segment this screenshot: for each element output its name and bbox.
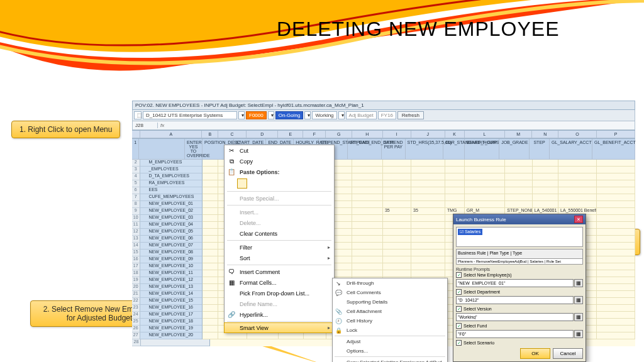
cell[interactable] <box>505 173 532 180</box>
select-fund-input[interactable] <box>456 330 574 338</box>
cell[interactable] <box>411 229 445 236</box>
ctx-pick-list[interactable]: Pick From Drop-down List... <box>225 288 334 299</box>
cell[interactable] <box>505 201 532 208</box>
cell[interactable] <box>533 180 559 187</box>
cancel-button[interactable]: Cancel <box>553 348 583 359</box>
status-selector[interactable]: On-Going <box>275 111 304 119</box>
status-dropdown-icon[interactable]: ▾ <box>304 111 311 119</box>
cell[interactable] <box>597 270 635 277</box>
checkbox-icon[interactable]: ✓ <box>456 306 462 312</box>
col-letter[interactable]: A <box>140 131 202 138</box>
cell[interactable] <box>203 298 219 305</box>
cell[interactable] <box>597 243 635 250</box>
view-selector[interactable]: Working <box>312 111 336 119</box>
cell[interactable] <box>465 173 506 180</box>
col-letter[interactable]: B <box>202 131 218 138</box>
cell[interactable] <box>597 215 635 222</box>
cell[interactable] <box>203 277 219 284</box>
cell[interactable] <box>533 201 559 208</box>
cell[interactable] <box>383 167 411 173</box>
cell[interactable] <box>352 187 383 194</box>
sub-options[interactable]: Options... <box>333 346 447 356</box>
cell[interactable] <box>465 201 506 208</box>
cell[interactable] <box>383 250 411 256</box>
cell[interactable] <box>383 201 411 208</box>
table-row[interactable]: 4D_TA_EMPLOYEES <box>132 173 635 180</box>
cell[interactable] <box>411 270 445 277</box>
ctx-clear[interactable]: Clear Contents <box>225 228 334 239</box>
fund-dropdown-icon[interactable]: ▾ <box>268 111 274 119</box>
cell[interactable] <box>465 160 506 167</box>
cell[interactable] <box>352 229 383 236</box>
cell[interactable] <box>203 291 219 298</box>
col-letter[interactable]: F <box>303 131 326 138</box>
ctx-insert-comment[interactable]: 🗨Insert Comment <box>225 266 334 277</box>
ctx-smartview[interactable]: Smart View▸ <box>224 322 335 333</box>
cell[interactable] <box>383 173 411 180</box>
cell[interactable] <box>383 222 411 229</box>
cell[interactable] <box>203 250 219 256</box>
cell[interactable] <box>597 291 635 298</box>
cell[interactable] <box>558 187 597 194</box>
cell[interactable] <box>411 167 445 173</box>
select-employee-input[interactable] <box>456 279 574 287</box>
cell[interactable] <box>411 250 445 256</box>
cell[interactable] <box>383 187 411 194</box>
cell[interactable] <box>597 277 635 284</box>
cell-reference[interactable]: J28 <box>133 123 158 128</box>
cell[interactable] <box>533 167 559 173</box>
col-letter[interactable]: H <box>352 131 383 138</box>
picker-icon[interactable]: ▦ <box>574 279 583 287</box>
table-row[interactable]: 5RA_EMPLOYEES <box>132 180 635 187</box>
checkbox-icon[interactable]: ✓ <box>456 272 462 278</box>
col-letter[interactable]: K <box>445 131 465 138</box>
cell[interactable] <box>465 194 506 201</box>
col-letter[interactable]: O <box>558 131 597 138</box>
ok-button[interactable]: OK <box>520 348 550 359</box>
cell[interactable] <box>383 194 411 201</box>
sub-drill[interactable]: ↘Drill-through <box>333 278 447 288</box>
table-row[interactable]: 2M_EMPLOYEES <box>132 160 635 167</box>
cell[interactable] <box>505 187 532 194</box>
cell[interactable] <box>411 194 445 201</box>
cell[interactable] <box>203 319 219 326</box>
view-dropdown-icon[interactable]: ▾ <box>338 111 345 119</box>
cell[interactable] <box>383 236 411 243</box>
table-row[interactable]: 6EES <box>132 187 635 194</box>
cell[interactable] <box>558 167 597 173</box>
table-row[interactable]: 3_EMPLOYEES <box>132 167 635 173</box>
cell[interactable] <box>597 250 635 256</box>
cell[interactable] <box>505 167 532 173</box>
col-letter[interactable]: G <box>326 131 352 138</box>
cell[interactable] <box>352 167 383 173</box>
checkbox-icon[interactable]: ✓ <box>456 340 462 346</box>
col-letter[interactable]: N <box>532 131 558 138</box>
picker-icon[interactable]: ▦ <box>574 330 583 338</box>
cell[interactable] <box>597 194 635 201</box>
cell[interactable] <box>352 263 383 270</box>
cell[interactable] <box>203 326 219 332</box>
cell[interactable] <box>505 180 532 187</box>
col-letter[interactable]: D <box>247 131 278 138</box>
ctx-copy[interactable]: ⧉Copy <box>225 156 334 167</box>
cell[interactable] <box>352 236 383 243</box>
cell[interactable] <box>597 312 635 319</box>
rules-row[interactable]: Planners - RemoveNewEmployeeAdjBud | Sal… <box>456 259 583 265</box>
col-letter[interactable]: P <box>597 131 635 138</box>
cell[interactable] <box>352 250 383 256</box>
cell[interactable] <box>533 160 559 167</box>
cell[interactable] <box>383 270 411 277</box>
cell[interactable] <box>383 160 411 167</box>
cell[interactable] <box>597 256 635 263</box>
refresh-button[interactable]: Refresh <box>397 111 424 119</box>
ctx-paste-row[interactable] <box>225 177 334 190</box>
cell[interactable] <box>597 201 635 208</box>
sub-supdet[interactable]: Supporting Details <box>333 297 447 307</box>
cell[interactable] <box>383 229 411 236</box>
cell[interactable] <box>533 187 559 194</box>
cell[interactable] <box>411 160 445 167</box>
cell[interactable] <box>411 173 445 180</box>
cell[interactable] <box>411 243 445 250</box>
cell[interactable] <box>558 173 597 180</box>
dept-dropdown-icon[interactable]: ▾ <box>238 111 245 119</box>
